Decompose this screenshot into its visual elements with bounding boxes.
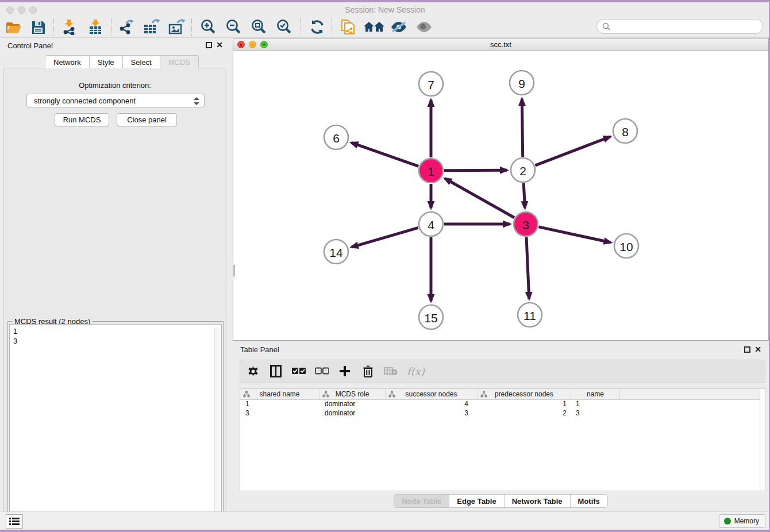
graph-node-label: 9	[518, 77, 525, 90]
float-panel-icon[interactable]	[206, 42, 212, 48]
home-views-button[interactable]	[363, 18, 385, 36]
cell-name[interactable]: 1	[571, 400, 620, 409]
column-header-predecessor-nodes[interactable]: predecessor nodes	[478, 389, 571, 399]
network-file-button[interactable]	[339, 18, 357, 36]
column-header-name[interactable]: name	[571, 389, 620, 399]
show-details-button[interactable]	[415, 18, 433, 36]
toolbar-separator	[191, 18, 192, 36]
network-view-window: x − + scc.txt 7968124314101511	[233, 38, 769, 341]
import-table-button[interactable]	[86, 18, 105, 36]
table-scrollbar[interactable]	[760, 389, 765, 491]
table-settings-button[interactable]	[246, 364, 260, 378]
zoom-selected-button[interactable]	[275, 18, 293, 36]
cell-shared-name[interactable]: 1	[240, 400, 319, 409]
deselect-all-button[interactable]	[315, 364, 329, 378]
graph-edge-4-14[interactable]	[352, 228, 418, 247]
cell-predecessor-nodes[interactable]: 1	[478, 400, 571, 409]
tab-mcds[interactable]: MCDS	[160, 55, 199, 68]
network-canvas[interactable]: 7968124314101511	[233, 51, 768, 340]
open-session-button[interactable]	[5, 18, 23, 36]
export-network-button[interactable]	[117, 18, 136, 36]
zoom-in-button[interactable]	[199, 18, 217, 36]
save-session-button[interactable]	[29, 18, 47, 36]
graph-node-label: 14	[329, 246, 343, 259]
graph-edge-1-2[interactable]	[444, 170, 507, 171]
export-image-button[interactable]	[168, 18, 186, 36]
graph-node-label: 6	[333, 132, 340, 145]
memory-button[interactable]: Memory	[719, 514, 765, 528]
delete-table-icon	[384, 367, 398, 376]
run-mcds-button[interactable]: Run MCDS	[55, 113, 109, 126]
refresh-icon	[309, 19, 325, 35]
result-scrollbar[interactable]	[214, 327, 220, 531]
select-all-button[interactable]	[292, 364, 306, 378]
cell-mcds-role[interactable]: dominator	[319, 400, 386, 409]
column-header-successor-nodes[interactable]: successor nodes	[386, 389, 478, 399]
cell-successor-nodes[interactable]: 3	[386, 409, 478, 418]
network-file-icon	[340, 18, 356, 36]
tab-edge-table[interactable]: Edge Table	[449, 495, 503, 507]
graph-edge-3-10[interactable]	[538, 227, 610, 242]
add-column-button[interactable]	[338, 364, 352, 378]
column-header-filler	[620, 389, 765, 399]
tab-network-table[interactable]: Network Table	[504, 495, 570, 507]
search-input[interactable]	[613, 21, 763, 32]
cell-name[interactable]: 3	[571, 409, 620, 418]
refresh-button[interactable]	[308, 18, 326, 36]
export-table-button[interactable]	[143, 18, 161, 36]
export-network-icon	[118, 19, 134, 35]
tab-style[interactable]: Style	[90, 55, 123, 68]
network-window-titlebar[interactable]: x − + scc.txt	[233, 38, 768, 51]
float-panel-icon[interactable]	[744, 346, 750, 353]
graph-node-label: 7	[428, 78, 434, 91]
graph-edge-3-1[interactable]	[445, 179, 514, 218]
function-builder-button[interactable]: f(x)	[407, 365, 425, 377]
memory-status-icon	[724, 518, 731, 525]
tab-node-table[interactable]: Node Table	[394, 495, 449, 507]
graph-edge-3-11[interactable]	[526, 237, 529, 299]
column-header-mcds-role[interactable]: MCDS role	[319, 389, 386, 399]
close-panel-icon[interactable]: ✕	[216, 40, 223, 49]
show-columns-button[interactable]	[269, 364, 283, 378]
zoom-selected-icon	[276, 19, 292, 35]
delete-table-button[interactable]	[384, 364, 398, 378]
tab-motifs[interactable]: Motifs	[570, 495, 607, 507]
criterion-dropdown[interactable]: strongly connected component	[26, 94, 205, 107]
close-panel-icon[interactable]: ✕	[754, 345, 761, 354]
graph-edge-1-6[interactable]	[351, 142, 418, 166]
tab-select[interactable]: Select	[123, 55, 160, 68]
table-row[interactable]: 1 dominator 4 1 1	[240, 400, 765, 409]
tab-network[interactable]: Network	[45, 55, 90, 68]
graph-node-label: 8	[622, 125, 629, 138]
column-header-shared-name[interactable]: shared name	[240, 389, 319, 399]
delete-column-button[interactable]	[361, 364, 375, 378]
houses-icon	[363, 20, 385, 34]
close-panel-button[interactable]: Close panel	[117, 113, 177, 126]
zoom-out-button[interactable]	[224, 18, 242, 36]
import-network-button[interactable]	[60, 18, 78, 36]
graph-edge-2-8[interactable]	[535, 137, 610, 165]
table-toolbar: f(x)	[240, 360, 765, 383]
cell-mcds-role[interactable]: dominator	[319, 409, 386, 418]
task-history-button[interactable]	[6, 514, 23, 529]
cell-predecessor-nodes[interactable]: 2	[478, 409, 571, 418]
mcds-result-textarea[interactable]: 1 3	[9, 324, 222, 532]
column-label: MCDS role	[336, 390, 369, 398]
hide-details-button[interactable]	[390, 18, 408, 36]
splitter-grip[interactable]	[233, 265, 235, 276]
network-graph[interactable]: 7968124314101511	[233, 51, 768, 340]
table-row[interactable]: 3 dominator 3 2 3	[240, 409, 765, 418]
control-panel-title: Control Panel	[7, 41, 53, 50]
graph-node-label: 4	[428, 218, 434, 232]
column-label: successor nodes	[405, 390, 457, 398]
search-icon	[602, 22, 610, 30]
graph-node-label: 11	[523, 309, 536, 322]
zoom-fit-button[interactable]	[249, 18, 268, 36]
toolbar-separator	[53, 18, 54, 36]
graph-edge-2-9[interactable]	[522, 99, 522, 157]
graph-edge-2-3[interactable]	[523, 183, 525, 208]
desktop-edge-top	[0, 0, 770, 2]
cell-shared-name[interactable]: 3	[240, 409, 319, 418]
cell-successor-nodes[interactable]: 4	[386, 400, 478, 409]
search-field[interactable]	[596, 19, 763, 34]
